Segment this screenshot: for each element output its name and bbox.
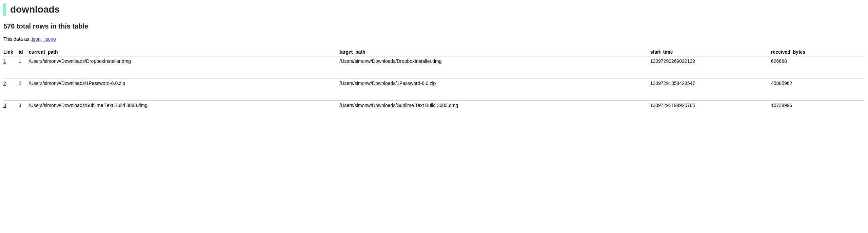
cell-start-time: 13097290269022132 xyxy=(650,56,771,78)
cell-link: 2 xyxy=(3,78,19,101)
cell-link: 3 xyxy=(3,101,19,123)
export-json-link[interactable]: .json xyxy=(31,36,41,42)
cell-target-path: /Users/simonw/Downloads/Sublime Text Bui… xyxy=(339,101,650,123)
export-line: This data as .json, .jsono xyxy=(3,36,865,42)
cell-link: 1 xyxy=(3,56,19,78)
table-header-row: Link id current_path target_path start_t… xyxy=(3,48,865,56)
export-prefix: This data as xyxy=(3,36,31,42)
cell-start-time: 13097291858423547 xyxy=(650,78,771,101)
cell-id: 2 xyxy=(19,78,29,101)
cell-current-path: /Users/simonw/Downloads/1Password-6.0.zi… xyxy=(29,78,339,101)
cell-current-path: /Users/simonw/Downloads/DropboxInstaller… xyxy=(29,56,339,78)
col-header-current-path[interactable]: current_path xyxy=(29,48,339,56)
col-header-link[interactable]: Link xyxy=(3,48,19,56)
export-sep: , xyxy=(41,36,43,42)
cell-id: 1 xyxy=(19,56,29,78)
cell-current-path: /Users/simonw/Downloads/Sublime Text Bui… xyxy=(29,101,339,123)
cell-received-bytes: 10738996 xyxy=(771,101,865,123)
table-row: 3 3 /Users/simonw/Downloads/Sublime Text… xyxy=(3,101,865,123)
cell-start-time: 13097292198925765 xyxy=(650,101,771,123)
row-link[interactable]: 3 xyxy=(3,103,6,108)
table-row: 2 2 /Users/simonw/Downloads/1Password-6.… xyxy=(3,78,865,101)
cell-id: 3 xyxy=(19,101,29,123)
cell-target-path: /Users/simonw/Downloads/DropboxInstaller… xyxy=(339,56,650,78)
cell-target-path: /Users/simonw/Downloads/1Password-6.0.zi… xyxy=(339,78,650,101)
cell-received-bytes: 626688 xyxy=(771,56,865,78)
col-header-target-path[interactable]: target_path xyxy=(339,48,650,56)
col-header-received-bytes[interactable]: received_bytes xyxy=(771,48,865,56)
cell-received-bytes: 45885962 xyxy=(771,78,865,101)
row-count-summary: 576 total rows in this table xyxy=(3,22,865,30)
col-header-id[interactable]: id xyxy=(19,48,29,56)
page-title: downloads xyxy=(3,3,865,16)
row-link[interactable]: 2 xyxy=(3,80,6,86)
col-header-start-time[interactable]: start_time xyxy=(650,48,771,56)
row-link[interactable]: 1 xyxy=(3,58,6,64)
table-row: 1 1 /Users/simonw/Downloads/DropboxInsta… xyxy=(3,56,865,78)
data-table: Link id current_path target_path start_t… xyxy=(3,48,865,123)
export-jsono-link[interactable]: .jsono xyxy=(43,36,56,42)
